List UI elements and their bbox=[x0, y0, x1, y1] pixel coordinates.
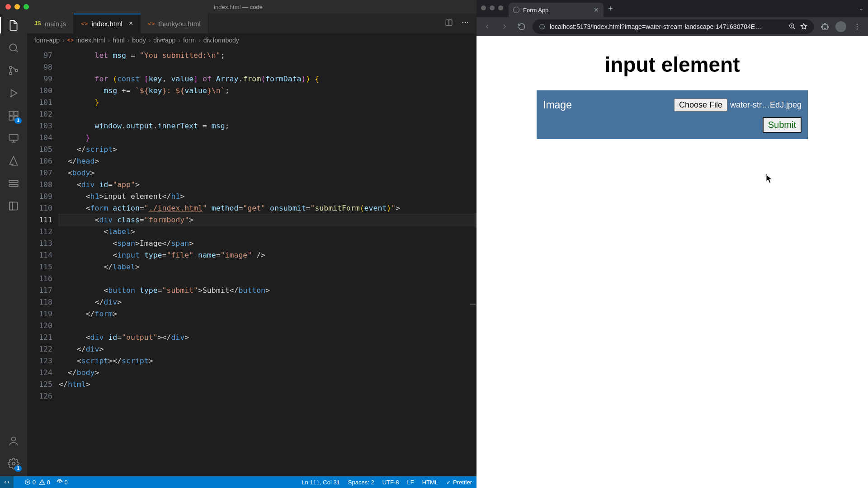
more-actions-icon[interactable] bbox=[461, 19, 469, 28]
browser-window-dot[interactable] bbox=[481, 5, 486, 10]
page-heading: input element bbox=[490, 52, 854, 77]
svg-point-19 bbox=[467, 22, 468, 23]
svg-point-17 bbox=[462, 22, 463, 23]
svg-point-24 bbox=[857, 24, 858, 25]
svg-rect-6 bbox=[14, 111, 18, 115]
window-title: index.html — code bbox=[0, 4, 476, 10]
site-info-icon[interactable] bbox=[539, 23, 545, 30]
bookmark-icon[interactable] bbox=[800, 23, 807, 31]
remote-explorer-icon[interactable] bbox=[6, 131, 21, 145]
profile-avatar[interactable] bbox=[835, 21, 846, 32]
titlebar: index.html — code bbox=[0, 0, 476, 14]
editor-tabbar: JS main.js <> index.html × <> thankyou.h… bbox=[27, 14, 476, 33]
status-formatter[interactable]: Prettier bbox=[446, 479, 472, 486]
settings-gear-icon[interactable]: 1 bbox=[6, 456, 21, 471]
selected-file-name: water-str…EdJ.jpeg bbox=[730, 100, 802, 110]
vscode-window: index.html — code 1 bbox=[0, 0, 476, 488]
browser-tab[interactable]: Form App ✕ bbox=[509, 3, 604, 17]
svg-point-1 bbox=[9, 66, 12, 69]
extensions-icon[interactable]: 1 bbox=[6, 108, 21, 123]
form-body: Image Choose File water-str…EdJ.jpeg Sub… bbox=[537, 90, 808, 139]
settings-badge: 1 bbox=[14, 465, 22, 472]
browser-window-dot[interactable] bbox=[490, 5, 495, 10]
choose-file-button[interactable]: Choose File bbox=[674, 99, 727, 112]
chrome-window: Form App ✕ + ⌄ localhost:5173/index.html… bbox=[476, 0, 868, 488]
svg-rect-13 bbox=[9, 202, 12, 210]
source-control-icon[interactable] bbox=[6, 63, 21, 78]
status-problems[interactable]: 0 0 bbox=[24, 479, 50, 486]
address-bar[interactable]: localhost:5173/index.html?image=water-st… bbox=[533, 19, 814, 34]
svg-point-0 bbox=[9, 44, 16, 51]
svg-point-26 bbox=[857, 28, 858, 29]
window-close-dot[interactable] bbox=[5, 4, 11, 9]
status-spaces[interactable]: Spaces: 2 bbox=[348, 479, 374, 486]
run-debug-icon[interactable] bbox=[6, 86, 21, 100]
svg-point-2 bbox=[9, 72, 12, 75]
tab-thankyou-html[interactable]: <> thankyou.html bbox=[141, 14, 208, 33]
accounts-icon[interactable] bbox=[6, 434, 21, 448]
extensions-puzzle-icon[interactable] bbox=[818, 20, 831, 33]
svg-rect-5 bbox=[9, 111, 13, 115]
browser-toolbar: localhost:5173/index.html?image=water-st… bbox=[476, 17, 868, 36]
sidebar-icon-2[interactable] bbox=[6, 199, 21, 213]
extensions-badge: 1 bbox=[14, 117, 22, 124]
back-button[interactable] bbox=[481, 20, 494, 33]
zoom-icon[interactable] bbox=[788, 23, 796, 31]
status-eol[interactable]: LF bbox=[407, 479, 414, 486]
search-icon[interactable] bbox=[6, 41, 21, 55]
forward-button[interactable] bbox=[498, 20, 511, 33]
svg-rect-12 bbox=[9, 202, 17, 210]
svg-rect-7 bbox=[9, 116, 13, 120]
tab-main-js[interactable]: JS main.js bbox=[27, 14, 74, 33]
svg-rect-9 bbox=[9, 134, 18, 140]
minimap-indicator bbox=[470, 304, 476, 305]
status-language[interactable]: HTML bbox=[422, 479, 438, 486]
svg-point-21 bbox=[59, 481, 60, 482]
explorer-icon[interactable] bbox=[6, 18, 21, 33]
svg-point-14 bbox=[12, 437, 16, 441]
split-editor-icon[interactable] bbox=[445, 19, 453, 28]
browser-viewport: input element Image Choose File water-st… bbox=[476, 36, 868, 488]
tabstrip-chevron-icon[interactable]: ⌄ bbox=[859, 5, 868, 12]
chrome-menu-icon[interactable] bbox=[851, 20, 863, 33]
tab-index-html[interactable]: <> index.html × bbox=[74, 14, 141, 33]
browser-tab-title: Form App bbox=[523, 7, 548, 14]
new-tab-button[interactable]: + bbox=[608, 4, 613, 14]
file-input[interactable]: Choose File water-str…EdJ.jpeg bbox=[674, 99, 802, 112]
status-cursor[interactable]: Ln 111, Col 31 bbox=[302, 479, 340, 486]
status-ports[interactable]: 0 bbox=[57, 479, 68, 486]
close-tab-icon[interactable]: ✕ bbox=[594, 6, 599, 14]
remote-indicator[interactable] bbox=[0, 476, 14, 488]
svg-rect-10 bbox=[9, 181, 18, 183]
reload-button[interactable] bbox=[515, 20, 528, 33]
url-text: localhost:5173/index.html?image=water-st… bbox=[550, 23, 784, 30]
submit-button[interactable]: Submit bbox=[763, 117, 802, 133]
window-zoom-dot[interactable] bbox=[24, 4, 29, 9]
mouse-cursor-icon bbox=[766, 174, 772, 183]
svg-point-25 bbox=[857, 26, 858, 27]
file-input-label: Image bbox=[543, 99, 572, 111]
tab-close-icon[interactable]: × bbox=[129, 19, 133, 28]
azure-icon[interactable] bbox=[6, 154, 21, 168]
breadcrumb[interactable]: form-app› <>index.html› html› body› div#… bbox=[27, 33, 476, 47]
tab-label: main.js bbox=[45, 20, 66, 28]
svg-point-15 bbox=[12, 462, 15, 465]
sidebar-icon-1[interactable] bbox=[6, 176, 21, 191]
code-editor[interactable]: 9798991001011021031041051061071081091101… bbox=[27, 47, 476, 476]
browser-tabstrip: Form App ✕ + ⌄ bbox=[476, 0, 868, 17]
svg-rect-11 bbox=[9, 184, 18, 186]
tab-label: index.html bbox=[91, 20, 122, 28]
window-minimize-dot[interactable] bbox=[14, 4, 20, 9]
browser-window-dot[interactable] bbox=[498, 5, 503, 10]
svg-point-18 bbox=[465, 22, 466, 23]
tab-label: thankyou.html bbox=[158, 20, 200, 28]
code-body[interactable]: let msg = "You submitted:\n"; for (const… bbox=[59, 47, 476, 476]
globe-icon bbox=[513, 7, 519, 13]
line-number-gutter: 9798991001011021031041051061071081091101… bbox=[27, 47, 59, 476]
activity-bar: 1 bbox=[0, 14, 27, 476]
status-encoding[interactable]: UTF-8 bbox=[382, 479, 399, 486]
status-bar: 0 0 0 Ln 111, Col 31 Spaces: 2 UTF-8 LF … bbox=[0, 476, 476, 488]
